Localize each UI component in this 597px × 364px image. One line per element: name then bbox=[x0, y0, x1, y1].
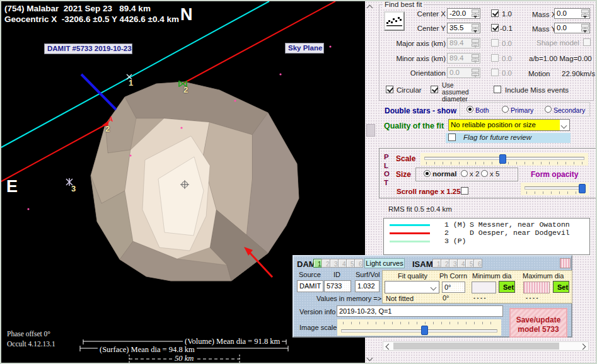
scale-slider[interactable] bbox=[420, 153, 588, 166]
image-scale-slider[interactable] bbox=[337, 319, 501, 336]
legend-id-1: 1 (M) bbox=[444, 220, 467, 229]
min-dia-set-button[interactable]: Set bbox=[499, 281, 515, 293]
form-opacity-slider-track[interactable] bbox=[525, 186, 585, 190]
spin-up-icon[interactable] bbox=[581, 9, 589, 13]
chord-2-d-glyph: A bbox=[108, 116, 113, 123]
save-button-line1: Save/update bbox=[514, 316, 562, 325]
circular-label: Circular bbox=[397, 86, 422, 94]
spin-up-icon[interactable] bbox=[581, 24, 589, 28]
sky-plane-label: Sky Plane bbox=[285, 43, 324, 54]
max-dia-field[interactable] bbox=[523, 282, 550, 293]
form-opacity-slider-thumb[interactable] bbox=[579, 184, 586, 193]
max-dia-set-button[interactable]: Set bbox=[553, 281, 569, 293]
legend-swatch-1 bbox=[390, 224, 430, 226]
min-dia-field[interactable] bbox=[472, 282, 496, 293]
spin-down-icon[interactable] bbox=[472, 14, 479, 18]
use-assumed-diameter-checkbox[interactable] bbox=[431, 86, 438, 93]
vertical-scrollbar-thumb[interactable] bbox=[366, 124, 375, 137]
double-stars-both-radio[interactable] bbox=[467, 106, 473, 113]
spin-up-icon[interactable] bbox=[472, 24, 479, 28]
form-opacity-slider[interactable] bbox=[521, 183, 589, 195]
double-stars-primary-radio[interactable] bbox=[502, 106, 509, 113]
spin-up-icon[interactable] bbox=[472, 9, 479, 13]
plot-vertical-title: P L O T bbox=[384, 153, 390, 187]
shape-model-panel: DAMIT 1 2 3 4 5 6 Light curves ISAM 1 2 … bbox=[293, 255, 572, 338]
shape-model-label: Shape model bbox=[536, 39, 579, 47]
circular-checkbox[interactable] bbox=[386, 86, 393, 93]
minor-axis-spinner bbox=[472, 54, 479, 62]
image-scale-slider-track[interactable] bbox=[341, 329, 497, 333]
quality-of-fit-value: No reliable position or size bbox=[449, 120, 560, 130]
include-miss-events-checkbox[interactable] bbox=[494, 86, 501, 93]
memory-max-value: - - - - bbox=[526, 295, 538, 301]
scatter-chart-icon bbox=[386, 13, 403, 28]
save-update-model-button[interactable]: Save/update model 5733 bbox=[509, 308, 567, 338]
size-label: Size bbox=[396, 170, 411, 179]
mass-y-spinner[interactable] bbox=[581, 24, 589, 32]
light-curves-button[interactable]: Light curves bbox=[364, 258, 405, 268]
app-version-label: Occult 4.12.13.1 bbox=[7, 340, 55, 348]
horizontal-scrollbar-thumb[interactable] bbox=[393, 343, 559, 350]
damit-model-2-button: 2 bbox=[322, 259, 330, 268]
center-x-spinner[interactable] bbox=[472, 9, 479, 18]
volume-diameter-label: (Volume) Mean dia = 91.8 km bbox=[183, 337, 282, 346]
center-y-field[interactable]: 35.5 bbox=[447, 23, 480, 33]
scroll-range-checkbox[interactable] bbox=[461, 187, 468, 195]
center-y-spinner[interactable] bbox=[472, 24, 479, 32]
panel-corner-swatch bbox=[560, 258, 571, 268]
ph-corrn-field[interactable]: 0° bbox=[442, 282, 465, 293]
isam-model-1-button: 1 bbox=[432, 259, 441, 268]
horizontal-scrollbar[interactable] bbox=[383, 341, 589, 351]
damit-model-1-button[interactable]: 1 bbox=[313, 259, 322, 268]
center-x-field[interactable]: -20.0 bbox=[447, 8, 480, 19]
axis-ratio-readout: a/b=1.00 Mag=0.00 bbox=[529, 55, 592, 62]
fit-major-checkbox bbox=[491, 39, 499, 47]
memory-fit-value: Not fitted bbox=[386, 295, 414, 302]
scroll-left-icon[interactable] bbox=[384, 343, 391, 350]
spin-up-icon bbox=[472, 69, 479, 72]
legend-id-3: 3 (P) bbox=[444, 237, 467, 245]
max-dia-header: Maximum dia bbox=[523, 272, 564, 280]
size-normal-radio[interactable] bbox=[424, 170, 431, 177]
scroll-down-icon[interactable] bbox=[366, 356, 374, 363]
spin-down-icon bbox=[472, 43, 479, 47]
chevron-down-icon[interactable] bbox=[560, 120, 569, 130]
fit-x-checkbox[interactable] bbox=[491, 9, 499, 17]
size-x5-radio[interactable] bbox=[481, 170, 488, 177]
version-info-field[interactable]: 2019-10-23, Q=1 bbox=[337, 305, 503, 317]
flag-review-checkbox[interactable] bbox=[448, 134, 456, 141]
id-field[interactable]: 5733 bbox=[324, 280, 351, 292]
chevron-down-icon[interactable] bbox=[429, 282, 439, 293]
chord-1-number: 1 bbox=[129, 78, 133, 88]
fit-quality-value bbox=[385, 282, 429, 293]
spin-down-icon[interactable] bbox=[581, 28, 589, 32]
fit-quality-header: Fit quality bbox=[398, 272, 427, 280]
damit-model-4-button: 4 bbox=[338, 259, 347, 268]
spin-down-icon[interactable] bbox=[472, 28, 479, 32]
fit-y-checkbox[interactable] bbox=[491, 24, 499, 31]
north-indicator: N bbox=[180, 6, 193, 23]
mass-y-field[interactable]: 0.0 bbox=[554, 23, 590, 33]
fit-x-weight-label: 1.0 bbox=[502, 10, 512, 18]
version-info-label: Version info bbox=[299, 308, 335, 316]
image-scale-slider-thumb[interactable] bbox=[421, 326, 428, 335]
values-in-memory-label: Values in memory => bbox=[316, 295, 380, 302]
fit-orientation-checkbox bbox=[491, 69, 499, 76]
fit-quality-dropdown[interactable] bbox=[385, 281, 439, 293]
scroll-up-icon[interactable] bbox=[366, 4, 374, 11]
memory-ph-value: 0° bbox=[443, 294, 449, 302]
double-stars-secondary-radio[interactable] bbox=[545, 106, 552, 113]
scroll-right-icon[interactable] bbox=[580, 343, 588, 350]
mass-x-spinner[interactable] bbox=[581, 9, 589, 18]
scale-slider-thumb[interactable] bbox=[499, 154, 506, 164]
fit-minor-weight-label: 0.0 bbox=[502, 55, 512, 62]
isam-model-6-button: 6 bbox=[473, 259, 482, 268]
major-axis-label: Major axis (km) bbox=[394, 40, 446, 47]
mass-x-field[interactable]: 0.0 bbox=[554, 8, 590, 19]
size-x5-label: x 5 bbox=[490, 170, 499, 178]
damit-model-3-button: 3 bbox=[330, 259, 339, 268]
orientation-field: 0.0 bbox=[447, 67, 480, 78]
size-x2-radio[interactable] bbox=[461, 170, 468, 177]
quality-of-fit-dropdown[interactable]: No reliable position or size bbox=[448, 119, 570, 131]
spin-down-icon[interactable] bbox=[581, 14, 589, 18]
